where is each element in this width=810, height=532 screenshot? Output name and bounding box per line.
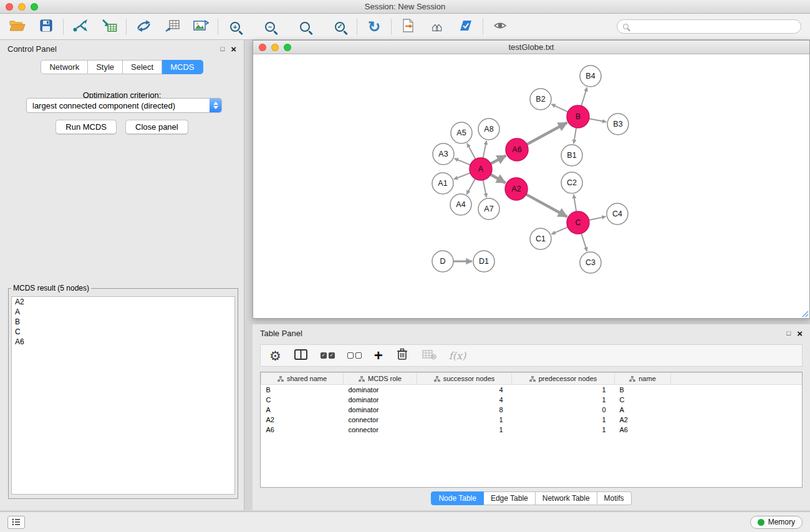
graph-node-B4[interactable]: B4 bbox=[580, 65, 601, 87]
zoom-in-button[interactable]: + bbox=[226, 17, 244, 36]
table-cell[interactable]: A2 bbox=[261, 415, 344, 425]
column-settings-icon[interactable] bbox=[294, 348, 308, 364]
tab-mcds[interactable]: MCDS bbox=[162, 60, 203, 74]
table-cell[interactable]: 0 bbox=[512, 405, 615, 415]
table-cell[interactable]: connector bbox=[344, 425, 417, 435]
table-cell[interactable]: 4 bbox=[417, 395, 512, 405]
graph-edge-A-A2[interactable] bbox=[491, 175, 506, 183]
optimization-dropdown[interactable]: largest connected component (directed) bbox=[26, 98, 222, 113]
table-cell[interactable]: C bbox=[615, 395, 671, 405]
tab-select[interactable]: Select bbox=[123, 60, 162, 74]
graph-edge-B-B2[interactable] bbox=[551, 104, 567, 112]
graph-edge-A-A4[interactable] bbox=[466, 179, 475, 195]
float-panel-icon[interactable]: □ bbox=[221, 45, 225, 52]
graph-node-A4[interactable]: A4 bbox=[450, 194, 471, 215]
float-table-panel-icon[interactable]: □ bbox=[787, 329, 791, 337]
graph-node-C1[interactable]: C1 bbox=[530, 228, 551, 249]
network-window-titlebar[interactable]: testGlobe.txt bbox=[253, 41, 809, 54]
graph-node-B2[interactable]: B2 bbox=[530, 89, 551, 110]
deselect-all-icon[interactable] bbox=[347, 352, 362, 359]
graph-edge-C-C3[interactable] bbox=[581, 233, 587, 251]
table-tab-network-table[interactable]: Network Table bbox=[536, 491, 597, 505]
graph-node-A1[interactable]: A1 bbox=[432, 173, 453, 194]
table-row[interactable]: A2connector11A2 bbox=[261, 415, 803, 425]
resize-handle[interactable] bbox=[801, 310, 809, 317]
minimize-button[interactable] bbox=[18, 3, 26, 11]
table-cell[interactable]: connector bbox=[344, 415, 417, 425]
graph-edge-C-C2[interactable] bbox=[574, 195, 576, 211]
new-table-button[interactable] bbox=[163, 17, 181, 36]
graph-node-A8[interactable]: A8 bbox=[478, 118, 499, 140]
tab-style[interactable]: Style bbox=[88, 60, 123, 74]
table-cell[interactable]: A bbox=[261, 405, 344, 415]
column-header-shared-name[interactable]: shared name bbox=[261, 373, 344, 385]
graph-node-C2[interactable]: C2 bbox=[561, 172, 582, 193]
tab-network[interactable]: Network bbox=[41, 60, 88, 74]
table-cell[interactable]: A bbox=[615, 405, 671, 415]
graph-node-A3[interactable]: A3 bbox=[433, 143, 454, 165]
mcds-result-list[interactable]: A2ABCA6 bbox=[11, 296, 235, 495]
new-network-button[interactable] bbox=[135, 17, 152, 36]
network-minimize-button[interactable] bbox=[271, 44, 279, 51]
table-cell[interactable]: 1 bbox=[417, 425, 512, 435]
graph-edge-C-C4[interactable] bbox=[589, 216, 606, 220]
table-tab-edge-table[interactable]: Edge Table bbox=[484, 491, 536, 505]
show-hide-button[interactable] bbox=[491, 17, 509, 36]
table-cell[interactable]: A6 bbox=[261, 425, 344, 435]
graph-edge-A-A3[interactable] bbox=[455, 158, 471, 165]
gear-icon[interactable]: ⚙ bbox=[269, 349, 281, 362]
table-row[interactable]: Bdominator41B bbox=[261, 385, 803, 395]
table-cell[interactable]: 1 bbox=[512, 415, 615, 425]
close-panel-button[interactable]: Close panel bbox=[125, 120, 188, 134]
table-cell[interactable]: C bbox=[261, 395, 344, 405]
table-row[interactable]: Adominator80A bbox=[261, 405, 803, 415]
select-all-icon[interactable]: ✓✓ bbox=[321, 352, 335, 359]
graph-edge-A-A1[interactable] bbox=[454, 173, 470, 179]
graph-node-C[interactable]: C bbox=[567, 211, 589, 234]
graph-node-C4[interactable]: C4 bbox=[607, 203, 628, 225]
export-image-button[interactable] bbox=[192, 17, 210, 36]
table-cell[interactable]: 1 bbox=[512, 385, 615, 395]
refresh-button[interactable]: ↻ bbox=[365, 17, 383, 36]
table-cell[interactable]: 8 bbox=[417, 405, 512, 415]
table-tab-node-table[interactable]: Node Table bbox=[431, 491, 484, 505]
run-mcds-button[interactable]: Run MCDS bbox=[55, 120, 117, 134]
network-graph[interactable]: B4B2BB3A5A8A6A3B1AA1C2A2A4A7C4CC1DD1C3 bbox=[253, 54, 809, 318]
network-canvas[interactable]: B4B2BB3A5A8A6A3B1AA1C2A2A4A7C4CC1DD1C3 bbox=[253, 54, 809, 318]
table-cell[interactable]: dominator bbox=[344, 385, 417, 395]
graph-edge-A-A6[interactable] bbox=[491, 155, 506, 163]
graph-node-A2[interactable]: A2 bbox=[505, 178, 528, 200]
graph-edge-B-B4[interactable] bbox=[581, 87, 587, 106]
graph-node-D[interactable]: D bbox=[432, 251, 453, 272]
graph-edge-B-B1[interactable] bbox=[574, 128, 576, 143]
graph-edge-A-A7[interactable] bbox=[483, 180, 487, 198]
save-session-button[interactable] bbox=[37, 17, 55, 36]
node-table-container[interactable]: shared nameMCDS rolesuccessor nodesprede… bbox=[260, 372, 803, 488]
zoom-selected-button[interactable]: ✓ bbox=[331, 17, 349, 36]
add-column-icon[interactable]: + bbox=[374, 348, 383, 363]
table-tab-motifs[interactable]: Motifs bbox=[597, 491, 632, 505]
close-table-panel-icon[interactable]: × bbox=[797, 329, 803, 338]
graph-edge-A-A8[interactable] bbox=[483, 141, 487, 158]
graph-edge-A6-B[interactable] bbox=[527, 123, 567, 145]
import-table-button[interactable] bbox=[100, 17, 118, 36]
column-header-predecessor-nodes[interactable]: predecessor nodes bbox=[512, 373, 615, 385]
memory-button[interactable]: Memory bbox=[750, 516, 803, 529]
import-network-button[interactable] bbox=[72, 17, 89, 36]
graph-node-B[interactable]: B bbox=[567, 105, 589, 128]
table-cell[interactable]: A6 bbox=[615, 425, 671, 435]
zoom-out-button[interactable]: − bbox=[261, 17, 279, 36]
table-row[interactable]: A6connector11A6 bbox=[261, 425, 803, 435]
table-cell[interactable]: 1 bbox=[512, 425, 615, 435]
table-cell[interactable]: 1 bbox=[417, 415, 512, 425]
table-cell[interactable]: dominator bbox=[344, 395, 417, 405]
graph-edge-B-B3[interactable] bbox=[589, 118, 607, 122]
table-cell[interactable]: 1 bbox=[512, 395, 615, 405]
network-zoom-button[interactable] bbox=[284, 44, 291, 51]
graph-edge-C-C1[interactable] bbox=[551, 227, 567, 234]
graph-node-B3[interactable]: B3 bbox=[607, 114, 629, 135]
table-cell[interactable]: B bbox=[615, 385, 671, 395]
column-header-mcds-role[interactable]: MCDS role bbox=[344, 373, 417, 385]
graph-node-A7[interactable]: A7 bbox=[478, 198, 499, 220]
table-cell[interactable]: A2 bbox=[615, 415, 671, 425]
